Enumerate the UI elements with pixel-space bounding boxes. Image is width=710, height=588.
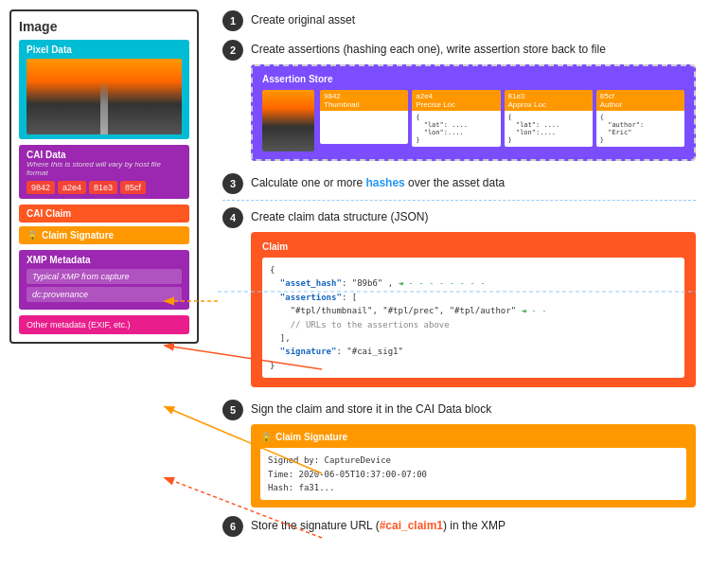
hash-tag-3: 81e3: [89, 181, 117, 194]
step-2: 2 Create assertions (hashing each one), …: [222, 39, 696, 61]
asset-hash-line: "asset_hash": [280, 278, 342, 288]
assertion-card-2-header: 81e3 Approx Loc: [505, 90, 593, 111]
cai-claim-box: CAI Claim: [19, 205, 189, 223]
step-3-text: Calculate one or more hashes over the as…: [251, 172, 505, 191]
step-6: 6 Store the signature URL (#cai_claim1) …: [222, 515, 696, 537]
cai-data-title: CAI Data: [27, 150, 182, 160]
right-panel: 1 Create original asset 2 Create asserti…: [208, 0, 710, 588]
step-5: 5 Sign the claim and store it in the CAI…: [222, 399, 696, 420]
cai-data-box: CAI Data Where this is stored will vary …: [19, 145, 189, 199]
pixel-data-title: Pixel Data: [27, 45, 182, 55]
pixel-data-box: Pixel Data: [19, 40, 189, 139]
assertion-card-2: 81e3 Approx Loc { "lat": .... "lon":....…: [505, 90, 593, 147]
step-4: 4 Create claim data structure (JSON): [222, 206, 696, 228]
step-6-number: 6: [222, 516, 243, 537]
left-panel: Image Pixel Data CAI Data Where this is …: [0, 0, 208, 588]
signature-line: "signature": [280, 347, 337, 356]
step-1-number: 1: [222, 10, 243, 31]
assertion-card-1-body: { "lat": .... "lon":.... }: [412, 111, 500, 147]
claim-sig-title: 🔒 Claim Signature: [260, 432, 686, 442]
assertion-card-1-header: a2e4 Precise Loc: [412, 90, 500, 111]
assertion-card-0: 9842 Thumbnail: [320, 90, 408, 147]
assertion-card-3: 85cf Author { "author": "Eric" }: [596, 90, 684, 147]
xmp-item-2: dc:provenance: [27, 287, 182, 302]
step-3: 3 Calculate one or more hashes over the …: [222, 172, 696, 201]
other-metadata-box: Other metadata (EXIF, etc.): [19, 315, 189, 334]
step-3-number: 3: [222, 173, 243, 194]
assertion-card-1: a2e4 Precise Loc { "lat": .... "lon":...…: [412, 90, 500, 147]
lock-icon: 🔒: [27, 230, 38, 241]
step-5-number: 5: [222, 400, 243, 420]
assertion-card-2-body: { "lat": .... "lon":.... }: [505, 111, 593, 147]
xmp-metadata-box: XMP Metadata Typical XMP from capture dc…: [19, 250, 189, 310]
hash-tag-1: 9842: [27, 181, 55, 194]
main-container: Image Pixel Data CAI Data Where this is …: [0, 0, 710, 588]
claim-box: Claim { "asset_hash": "89b6" , ◄ - - - -…: [251, 232, 696, 387]
step-2-text: Create assertions (hashing each one), wr…: [251, 39, 606, 58]
claim-title: Claim: [262, 241, 684, 252]
hash-tag-2: a2e4: [58, 181, 86, 194]
assertion-items: 9842 Thumbnail a2e4 Precise Loc { "lat":…: [262, 90, 684, 151]
assertion-card-0-body: [320, 111, 408, 144]
step-6-text: Store the signature URL (#cai_claim1) in…: [251, 515, 506, 534]
assertion-store-title: Assertion Store: [262, 74, 684, 84]
step-1: 1 Create original asset: [222, 9, 696, 31]
cai-data-subtitle: Where this is stored will vary by host f…: [27, 160, 182, 177]
assertion-card-3-body: { "author": "Eric" }: [596, 111, 684, 147]
claim-code: { "asset_hash": "89b6" , ◄ - - - - - - -…: [262, 258, 684, 378]
hash-tags: 9842 a2e4 81e3 85cf: [27, 181, 182, 194]
assertion-cards: 9842 Thumbnail a2e4 Precise Loc { "lat":…: [320, 90, 684, 147]
assertion-store-box: Assertion Store 9842 Thumbnail a2e4: [251, 64, 696, 161]
image-card-title: Image: [19, 19, 189, 34]
assertion-card-3-header: 85cf Author: [596, 90, 684, 111]
claim-signature-left: 🔒 Claim Signature: [19, 226, 189, 244]
claim-sig-box: 🔒 Claim Signature Signed by: CaptureDevi…: [251, 424, 696, 508]
image-card: Image Pixel Data CAI Data Where this is …: [9, 9, 199, 344]
xmp-metadata-title: XMP Metadata: [27, 255, 182, 265]
step-5-text: Sign the claim and store it in the CAI D…: [251, 399, 491, 418]
step-2-number: 2: [222, 40, 243, 61]
road-image: [27, 59, 182, 134]
cai-claim1-highlight: #cai_claim1: [380, 519, 443, 532]
claim-signature-label: Claim Signature: [42, 230, 114, 241]
step-4-text: Create claim data structure (JSON): [251, 206, 428, 225]
assertions-line: "assertions": [280, 293, 342, 302]
assertion-thumbnail-image: [262, 90, 314, 151]
assertion-card-0-header: 9842 Thumbnail: [320, 90, 408, 111]
claim-sig-code: Signed by: CaptureDevice Time: 2020-06-0…: [260, 448, 686, 500]
hash-tag-4: 85cf: [120, 181, 146, 194]
step-1-text: Create original asset: [251, 9, 355, 28]
lock-icon-2: 🔒: [260, 432, 272, 442]
xmp-item-1: Typical XMP from capture: [27, 269, 182, 284]
step-4-number: 4: [222, 207, 243, 228]
hashes-highlight: hashes: [365, 176, 404, 189]
